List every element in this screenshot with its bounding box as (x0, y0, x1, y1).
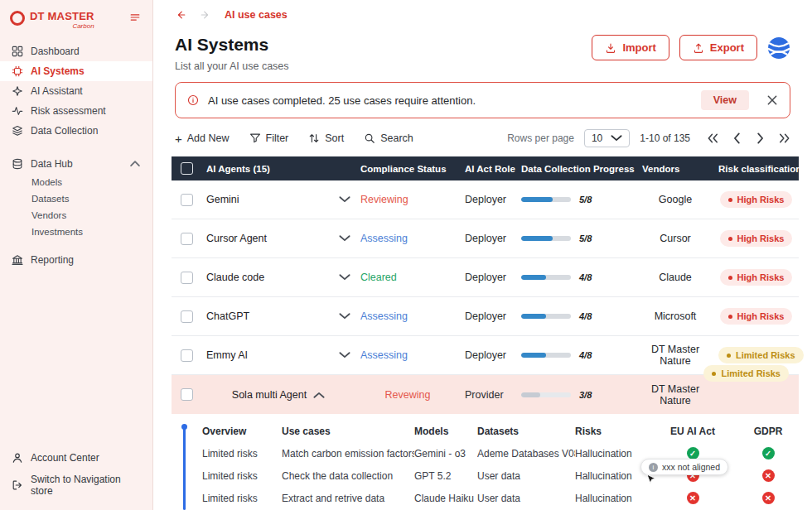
sidebar-item-reporting[interactable]: Reporting (0, 250, 152, 270)
sidebar-item-data-collection[interactable]: Data Collection (0, 121, 152, 141)
logout-icon (12, 479, 23, 491)
risk-badge: High Risks (720, 191, 793, 208)
compliance-status: Assessing (360, 233, 408, 244)
progress-bar (521, 392, 571, 397)
rows-per-page-select[interactable]: 10 (584, 129, 630, 147)
activity-icon (12, 105, 23, 117)
model: GPT 5.2 (414, 470, 477, 482)
eu-ai-act-status-icon (687, 492, 699, 504)
search-label: Search (380, 132, 413, 144)
chevron-up-icon[interactable] (313, 389, 325, 401)
switch-store-link[interactable]: Switch to Navigation store (0, 469, 152, 502)
use-case-detail-panel: Overview Use cases Models Datasets Risks… (183, 421, 799, 510)
brand-name: DT MASTER (30, 10, 94, 22)
mouse-cursor-icon (645, 474, 656, 489)
agent-name: Gemini (206, 194, 239, 205)
risk-badge: High Risks (720, 308, 793, 325)
back-arrow-icon[interactable] (175, 9, 186, 21)
row-checkbox[interactable] (181, 272, 193, 284)
filter-button[interactable]: Filter (249, 132, 289, 144)
sort-button[interactable]: Sort (308, 132, 344, 144)
first-page-icon[interactable] (707, 132, 718, 144)
table-row[interactable]: Cursor Agent Assessing Deployer 5/8 Curs… (172, 219, 799, 258)
chevron-down-icon[interactable] (339, 233, 350, 244)
progress-bar (521, 197, 571, 202)
use-case: Match carbon emission factors (282, 448, 414, 459)
sidebar-item-dashboard[interactable]: Dashboard (0, 41, 152, 61)
row-checkbox[interactable] (181, 349, 193, 362)
globe-sphere-icon[interactable] (767, 36, 790, 60)
chevron-down-icon[interactable] (339, 310, 350, 322)
upload-icon (693, 42, 704, 54)
vendor: Cursor (637, 233, 713, 244)
sidebar-item-risk-assessment[interactable]: Risk assessment (0, 101, 152, 121)
app-window: DT MASTER Carbon Dashboard AI Systems AI… (0, 0, 812, 510)
sidebar-item-models[interactable]: Models (0, 174, 152, 190)
risk: Hallucination (575, 493, 655, 504)
select-all-checkbox[interactable] (181, 162, 193, 175)
row-checkbox[interactable] (181, 233, 193, 245)
vendor: Microsoft (637, 310, 713, 322)
dataset: User data (477, 493, 575, 504)
agent-name: Claude code (206, 272, 264, 283)
agent-name: Sola multi Agent (232, 389, 307, 401)
expanded-table-row[interactable]: Sola multi Agent Revewing Provider 3/8 D… (172, 375, 799, 414)
subtable-row[interactable]: Limited risks Extract and retrive data C… (202, 487, 799, 509)
last-page-icon[interactable] (779, 132, 790, 144)
risk: Hallucination (575, 448, 655, 459)
chevron-down-icon[interactable] (339, 349, 350, 361)
alert-banner: AI use cases completed. 25 use cases req… (175, 82, 790, 118)
breadcrumb[interactable]: AI use cases (225, 9, 288, 21)
main-content: AI use cases AI Systems List all your AI… (153, 0, 812, 510)
view-button[interactable]: View (701, 90, 749, 110)
column-header[interactable]: Data Collection Progress (516, 164, 637, 174)
ai-act-role: Deployer (460, 272, 516, 283)
progress-bar (521, 353, 571, 358)
table-row[interactable]: Claude code Cleared Deployer 4/8 Claude … (172, 258, 799, 297)
search-button[interactable]: Search (364, 132, 413, 144)
column-header[interactable]: Risk classification (713, 164, 799, 174)
next-page-icon[interactable] (755, 132, 766, 144)
sidebar-item-data-hub[interactable]: Data Hub (0, 154, 152, 174)
table-row[interactable]: Gemini Reviewing Deployer 5/8 Google Hig… (172, 180, 799, 219)
agent-name: Emmy AI (206, 349, 248, 361)
chevron-up-icon (129, 158, 141, 170)
close-icon[interactable] (766, 94, 778, 106)
progress-label: 4/8 (579, 272, 592, 282)
vendor: Google (637, 194, 713, 205)
export-button[interactable]: Export (679, 35, 757, 60)
chevron-down-icon[interactable] (339, 272, 350, 283)
prev-page-icon[interactable] (731, 132, 742, 144)
download-icon (605, 42, 616, 54)
sidebar-item-datasets[interactable]: Datasets (0, 190, 152, 207)
brand: DT MASTER Carbon (0, 7, 152, 41)
account-center-link[interactable]: Account Center (0, 447, 152, 469)
forward-arrow-icon[interactable] (200, 9, 211, 21)
use-case: Check the data collection (282, 470, 414, 482)
import-button[interactable]: Import (592, 35, 669, 60)
chevron-down-icon[interactable] (339, 194, 350, 205)
collapse-menu-icon[interactable] (128, 10, 143, 25)
row-checkbox[interactable] (181, 310, 193, 323)
column-header: GDPR (737, 426, 799, 437)
column-header[interactable]: Vendors (637, 164, 713, 174)
vendor: DT Master Nature (637, 383, 713, 407)
add-new-button[interactable]: + Add New (175, 132, 230, 145)
sidebar-item-investments[interactable]: Investments (0, 224, 152, 240)
sidebar-item-label: Data Collection (31, 125, 98, 137)
sidebar-footer: Account Center Switch to Navigation stor… (0, 447, 152, 502)
row-checkbox[interactable] (181, 194, 193, 206)
column-header[interactable]: Compliance Status (355, 164, 460, 174)
progress-label: 5/8 (579, 195, 592, 204)
row-checkbox[interactable] (181, 388, 193, 401)
data-hub-section: Data Hub Models Datasets Vendors Investm… (0, 154, 152, 240)
sidebar-item-ai-systems[interactable]: AI Systems (0, 61, 152, 81)
sidebar-item-vendors[interactable]: Vendors (0, 207, 152, 224)
column-header[interactable]: AI Act Role (460, 164, 516, 174)
footer-item-label: Switch to Navigation store (31, 474, 141, 497)
column-header[interactable]: AI Agents (15) (201, 164, 355, 174)
table-row[interactable]: ChatGPT Assessing Deployer 4/8 Microsoft… (172, 297, 799, 336)
sidebar-item-ai-assistant[interactable]: AI Assistant (0, 81, 152, 101)
sidebar-item-label: Reporting (31, 254, 74, 266)
column-header: Datasets (477, 426, 575, 437)
